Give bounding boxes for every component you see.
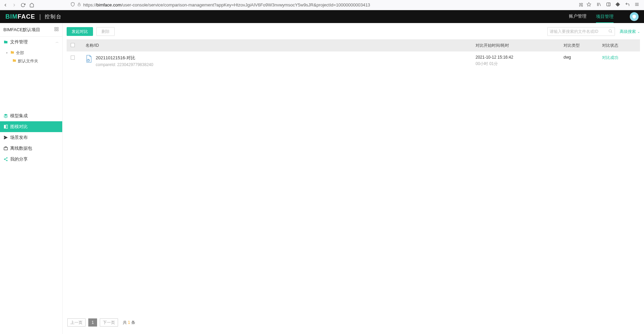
brand-subtitle: 控制台 [45, 14, 62, 20]
select-all-checkbox[interactable] [71, 43, 75, 47]
project-title: BIMFACE默认项目 [3, 27, 40, 33]
apps-grid-icon[interactable] [54, 27, 59, 33]
th-status: 对比状态 [602, 43, 636, 48]
nav-offline-package[interactable]: 离线数据包 [0, 143, 62, 154]
compare-icon [3, 124, 8, 129]
brand-logo: BIMFACE | [5, 13, 42, 20]
svg-rect-0 [78, 4, 80, 6]
folder-icon [12, 59, 17, 63]
search-input[interactable] [550, 29, 608, 34]
row-status: 对比成功 [602, 55, 636, 61]
file-tree: ▾ 全部 默认文件夹 [0, 47, 62, 66]
row-compare-id: compareId: 2230429779838240 [96, 62, 153, 67]
comparison-table: 名称/ID 对比开始时间/耗时 对比类型 对比状态 202110121516-对… [67, 39, 640, 315]
header-link-account[interactable]: 账户管理 [569, 13, 586, 20]
nav-label: 图模对比 [10, 124, 28, 130]
row-type: dwg [564, 55, 602, 60]
next-page-button[interactable]: 下一页 [100, 318, 118, 327]
svg-line-21 [5, 158, 6, 159]
svg-rect-15 [4, 125, 6, 129]
browser-back-button[interactable] [3, 2, 8, 8]
browser-reload-button[interactable] [20, 2, 26, 8]
row-time: 2021-10-12 15:16:42 [476, 55, 564, 60]
page-1-button[interactable]: 1 [88, 318, 97, 327]
th-type: 对比类型 [564, 43, 602, 48]
delete-button[interactable]: 删除 [96, 27, 115, 36]
browser-home-button[interactable] [29, 2, 34, 8]
hamburger-icon[interactable] [635, 2, 639, 8]
nav-label: 我的分享 [10, 156, 28, 162]
nav-compare[interactable]: 图模对比 [0, 121, 62, 132]
svg-point-19 [4, 159, 5, 160]
nav-label: 场景发布 [10, 134, 28, 141]
avatar[interactable] [630, 12, 639, 21]
svg-rect-16 [6, 125, 8, 129]
svg-rect-17 [4, 147, 8, 150]
row-checkbox[interactable] [71, 56, 75, 60]
svg-point-18 [6, 157, 8, 159]
brand[interactable]: BIMFACE | 控制台 [5, 13, 62, 20]
browser-url-bar[interactable]: https://bimface.com/user-console/service… [68, 1, 594, 8]
app-header: BIMFACE | 控制台 账户管理 项目管理 [0, 10, 644, 23]
prev-page-button[interactable]: 上一页 [67, 318, 86, 327]
table-header: 名称/ID 对比开始时间/耗时 对比类型 对比状态 [67, 39, 640, 51]
sidebar: BIMFACE默认项目 文件管理 ︿ ▾ 全部 [0, 23, 63, 334]
tree-child[interactable]: 默认文件夹 [3, 57, 62, 65]
extension-icon[interactable] [616, 2, 620, 8]
th-time: 对比开始时间/耗时 [476, 43, 564, 48]
nav-label: 文件管理 [10, 39, 28, 45]
tree-child-label: 默认文件夹 [18, 58, 38, 64]
svg-marker-1 [587, 2, 591, 6]
package-icon [3, 146, 8, 151]
browser-forward-button[interactable] [12, 2, 17, 8]
folder-icon [10, 50, 15, 55]
nav-scene-publish[interactable]: 场景发布 [0, 132, 62, 143]
undo-icon[interactable] [625, 2, 630, 8]
layers-icon [3, 113, 8, 118]
nav-my-share[interactable]: 我的分享 [0, 154, 62, 165]
folder-icon [3, 40, 8, 44]
header-link-project[interactable]: 项目管理 [596, 14, 614, 23]
start-compare-button[interactable]: 发起对比 [67, 27, 93, 36]
th-name: 名称/ID [86, 43, 476, 48]
row-duration: 00小时 01分 [476, 61, 564, 67]
svg-rect-10 [55, 27, 56, 29]
svg-rect-11 [57, 27, 58, 29]
lock-icon [77, 2, 81, 7]
svg-rect-5 [607, 3, 611, 6]
advanced-search-link[interactable]: 高级搜索 ⌄ [620, 29, 640, 35]
file-icon [86, 55, 92, 63]
toolbar: 发起对比 删除 高级搜索 ⌄ [67, 27, 640, 36]
pagination: 上一页 1 下一页 共1条 [67, 315, 640, 330]
nav-label: 模型集成 [10, 113, 28, 119]
advanced-search-label: 高级搜索 [620, 29, 636, 35]
share-icon [3, 157, 8, 162]
chevron-up-icon: ︿ [55, 40, 59, 44]
library-icon[interactable] [597, 2, 601, 8]
shield-icon [70, 2, 75, 8]
svg-point-23 [609, 29, 612, 32]
svg-line-22 [5, 160, 6, 160]
tree-root[interactable]: ▾ 全部 [3, 49, 62, 57]
nav-model-integrate[interactable]: 模型集成 [0, 110, 62, 121]
svg-rect-13 [57, 29, 58, 31]
svg-rect-12 [55, 29, 56, 31]
svg-line-24 [611, 32, 612, 33]
tree-root-label: 全部 [16, 50, 24, 56]
star-icon[interactable] [586, 2, 591, 8]
translate-icon[interactable]: 嘂 [579, 2, 583, 8]
nav-label: 离线数据包 [10, 145, 32, 151]
search-icon[interactable] [608, 29, 613, 34]
nav-file-management[interactable]: 文件管理 ︿ [0, 37, 62, 47]
caret-down-icon: ▾ [6, 51, 9, 55]
table-row[interactable]: 202110121516-对比 compareId: 2230429779838… [67, 51, 640, 70]
pager-total: 共1条 [123, 320, 135, 326]
publish-icon [3, 135, 8, 140]
chevron-down-icon: ⌄ [637, 30, 640, 34]
search-box[interactable] [547, 27, 615, 36]
sidebar-toggle-icon[interactable] [606, 2, 611, 8]
row-title: 202110121516-对比 [96, 55, 153, 61]
svg-line-4 [599, 3, 601, 6]
svg-point-20 [6, 160, 8, 161]
svg-marker-14 [4, 114, 8, 116]
